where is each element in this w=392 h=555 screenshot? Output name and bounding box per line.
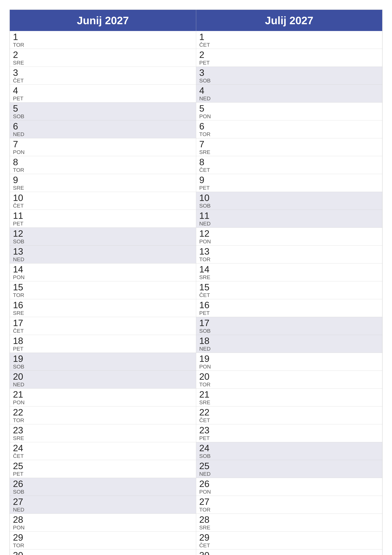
day-info: 4 PET: [13, 86, 27, 101]
day-name: SRE: [199, 275, 214, 280]
day-name: NED: [199, 471, 214, 476]
day-name: SOB: [199, 328, 214, 334]
day-info: 15 ČET: [199, 283, 214, 298]
julij-day-29: 29 ČET: [196, 532, 382, 549]
julij-day-30: 30 PET: [196, 549, 382, 555]
day-number: 16: [13, 300, 27, 310]
day-info: 3 ČET: [13, 68, 27, 83]
day-name: PET: [13, 96, 27, 101]
day-info: 21 SRE: [199, 390, 214, 405]
day-name: ČET: [199, 292, 214, 298]
day-info: 30 PET: [199, 551, 214, 555]
day-number: 20: [199, 372, 214, 381]
day-name: PET: [13, 346, 27, 351]
day-number: 29: [13, 533, 27, 542]
day-number: 19: [199, 354, 214, 363]
day-name: NED: [199, 346, 214, 351]
junij-day-20: 20 NED: [10, 371, 196, 388]
julij-day-23: 23 PET: [196, 424, 382, 442]
junij-day-28: 28 PON: [10, 514, 196, 532]
day-name: ČET: [13, 203, 27, 208]
day-info: 13 NED: [13, 247, 27, 262]
day-name: ČET: [13, 453, 27, 459]
junij-day-22: 22 TOR: [10, 406, 196, 424]
day-name: NED: [199, 221, 214, 226]
day-name: SRE: [199, 525, 214, 530]
day-info: 24 ČET: [13, 444, 27, 459]
day-info: 16 SRE: [13, 300, 27, 316]
julij-day-10: 10 SOB: [196, 192, 382, 210]
junij-day-5: 5 SOB: [10, 102, 196, 120]
julij-day-3: 3 SOB: [196, 67, 382, 85]
day-info: 19 SOB: [13, 354, 27, 369]
day-info: 9 SRE: [13, 175, 27, 190]
junij-day-26: 26 SOB: [10, 478, 196, 496]
day-info: 8 TOR: [13, 157, 27, 173]
day-number: 17: [199, 318, 214, 328]
day-number: 23: [13, 426, 27, 435]
day-number: 30: [13, 551, 27, 555]
day-name: TOR: [13, 417, 27, 423]
julij-day-28: 28 SRE: [196, 514, 382, 532]
day-info: 3 SOB: [199, 68, 214, 83]
junij-day-12: 12 SOB: [10, 228, 196, 246]
day-number: 28: [199, 515, 214, 524]
day-name: PET: [199, 435, 214, 441]
day-number: 30: [199, 551, 214, 555]
day-info: 13 TOR: [199, 247, 214, 262]
day-number: 3: [13, 68, 27, 77]
day-info: 26 PON: [199, 479, 214, 494]
day-number: 13: [13, 247, 27, 256]
day-info: 9 PET: [199, 175, 214, 190]
day-name: PON: [199, 364, 214, 369]
day-name: NED: [13, 382, 27, 387]
junij-day-21: 21 PON: [10, 388, 196, 406]
junij-day-10: 10 ČET: [10, 192, 196, 210]
day-number: 16: [199, 300, 214, 310]
day-name: TOR: [199, 131, 214, 137]
day-info: 27 NED: [13, 497, 27, 512]
day-number: 1: [13, 32, 27, 41]
day-name: ČET: [13, 78, 27, 83]
day-number: 6: [199, 122, 214, 131]
day-number: 22: [199, 408, 214, 417]
day-info: 15 TOR: [13, 283, 27, 298]
day-info: 5 SOB: [13, 104, 27, 119]
day-number: 22: [13, 408, 27, 417]
day-name: ČET: [199, 543, 214, 548]
days-container: 1 TOR 2 SRE 3 ČET 4 PET 5 SOB: [10, 31, 382, 555]
julij-day-5: 5 PON: [196, 102, 382, 120]
day-name: NED: [13, 131, 27, 137]
junij-day-23: 23 SRE: [10, 424, 196, 442]
day-number: 29: [199, 533, 214, 542]
day-info: 21 PON: [13, 390, 27, 405]
day-name: TOR: [13, 292, 27, 298]
day-number: 19: [13, 354, 27, 363]
day-info: 14 SRE: [199, 265, 214, 280]
day-info: 22 ČET: [199, 408, 214, 423]
day-info: 16 PET: [199, 300, 214, 316]
junij-day-19: 19 SOB: [10, 353, 196, 371]
day-number: 26: [13, 479, 27, 488]
julij-day-24: 24 SOB: [196, 442, 382, 460]
day-number: 8: [13, 157, 27, 167]
day-name: PET: [13, 471, 27, 476]
junij-day-8: 8 TOR: [10, 156, 196, 174]
day-info: 1 ČET: [199, 32, 214, 47]
day-number: 25: [13, 461, 27, 470]
julij-day-26: 26 PON: [196, 478, 382, 496]
julij-day-22: 22 ČET: [196, 406, 382, 424]
day-number: 20: [13, 372, 27, 381]
day-info: 27 TOR: [199, 497, 214, 512]
day-name: SRE: [199, 149, 214, 155]
day-number: 7: [199, 139, 214, 149]
day-info: 19 PON: [199, 354, 214, 369]
day-number: 12: [199, 229, 214, 238]
day-name: TOR: [13, 42, 27, 47]
day-info: 12 SOB: [13, 229, 27, 244]
julij-day-25: 25 NED: [196, 460, 382, 478]
day-number: 9: [13, 175, 27, 184]
julij-day-6: 6 TOR: [196, 120, 382, 138]
day-number: 26: [199, 479, 214, 488]
day-number: 1: [199, 32, 214, 41]
